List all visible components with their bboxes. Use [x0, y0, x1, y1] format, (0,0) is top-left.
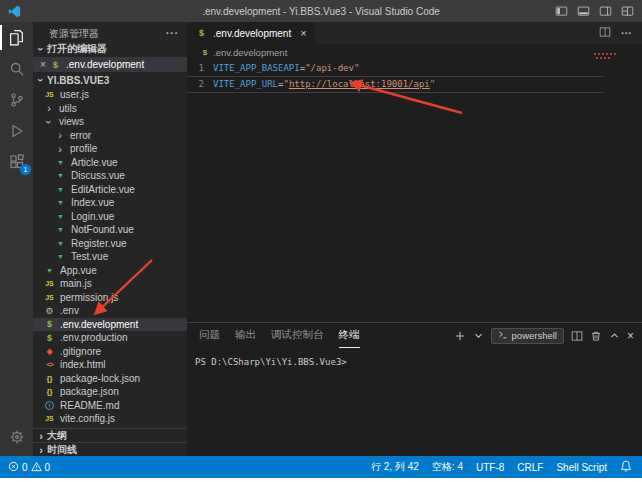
tree-item-NotFound.vue[interactable]: ▼NotFound.vue: [33, 223, 187, 237]
tree-item-Test.vue[interactable]: ▼Test.vue: [33, 250, 187, 264]
code-line-1[interactable]: 1VITE_APP_BASEAPI="/api-dev": [187, 61, 604, 76]
gitignore-file-icon: ◆: [43, 347, 56, 356]
chevron-down-icon: ›: [36, 74, 46, 86]
status-eol[interactable]: CRLF: [517, 462, 543, 473]
tree-item-permission.js[interactable]: JSpermission.js: [33, 291, 187, 305]
tree-item-Article.vue[interactable]: ▼Article.vue: [33, 156, 187, 170]
explorer-icon[interactable]: [0, 22, 33, 53]
open-editor-item[interactable]: ×$.env.development: [33, 57, 187, 72]
explorer-sidebar: 资源管理器 ··· › 打开的编辑器 ×$.env.development › …: [33, 22, 187, 456]
tree-item-error[interactable]: ›error: [33, 129, 187, 143]
activity-bar: 1: [0, 22, 33, 456]
panel-tab-输出[interactable]: 输出: [235, 323, 256, 348]
tree-item-label: Article.vue: [71, 156, 118, 169]
status-language-mode[interactable]: Shell Script: [556, 462, 607, 473]
tree-item-.env[interactable]: ⚙.env: [33, 304, 187, 318]
tree-item-package-lock.json[interactable]: {}package-lock.json: [33, 372, 187, 386]
tree-item-App.vue[interactable]: ▼App.vue: [33, 264, 187, 278]
red-watermark: [594, 52, 616, 60]
toggle-panel-icon[interactable]: [577, 5, 590, 18]
notifications-bell-icon[interactable]: [620, 460, 632, 474]
tree-item-main.js[interactable]: JSmain.js: [33, 277, 187, 291]
terminal-profile-label: powershell: [512, 330, 557, 341]
close-icon[interactable]: ×: [300, 27, 306, 39]
tree-item-label: .gitignore: [60, 345, 101, 358]
panel-tab-调试控制台[interactable]: 调试控制台: [271, 323, 324, 348]
code-editor[interactable]: 1VITE_APP_BASEAPI="/api-dev"2VITE_APP_UR…: [187, 60, 604, 322]
split-terminal-icon[interactable]: [571, 330, 583, 342]
tree-item-label: NotFound.vue: [71, 223, 134, 236]
code-text: VITE_APP_BASEAPI="/api-dev": [213, 61, 359, 76]
terminal-prompt: PS D:\CSharp\Yi\Yi.BBS.Vue3>: [195, 356, 642, 368]
tree-item-package.json[interactable]: {}package.json: [33, 385, 187, 399]
run-debug-icon[interactable]: [0, 115, 33, 146]
panel-header: 问题输出调试控制台终端 powershell ×: [187, 323, 642, 348]
tree-item-vite.config.js[interactable]: JSvite.config.js: [33, 412, 187, 426]
breadcrumb[interactable]: $ .env.development: [187, 44, 642, 60]
tree-item-.env.development[interactable]: $.env.development: [33, 318, 187, 332]
search-icon[interactable]: [0, 53, 33, 84]
tree-item-Register.vue[interactable]: ▼Register.vue: [33, 237, 187, 251]
powershell-terminal-icon: [498, 330, 508, 342]
chevron-right-icon[interactable]: ›: [43, 103, 55, 113]
extensions-icon[interactable]: 1: [0, 146, 33, 177]
tree-item-Index.vue[interactable]: ▼Index.vue: [33, 196, 187, 210]
terminal-profile-select[interactable]: powershell: [491, 328, 564, 344]
tree-item-index.html[interactable]: <>index.html: [33, 358, 187, 372]
tree-item-.gitignore[interactable]: ◆.gitignore: [33, 345, 187, 359]
toggle-secondary-sidebar-icon[interactable]: [599, 5, 612, 18]
tree-item-utils[interactable]: ›utils: [33, 102, 187, 116]
open-editor-label: .env.development: [66, 58, 144, 71]
split-editor-icon[interactable]: [599, 26, 611, 40]
code-text: VITE_APP_URL="http://localhost:19001/api…: [213, 77, 435, 92]
terminal-profile-chevron-icon[interactable]: [473, 330, 484, 341]
kill-terminal-trash-icon[interactable]: [590, 330, 602, 342]
tree-item-label: main.js: [60, 277, 92, 290]
tree-item-README.md[interactable]: iREADME.md: [33, 399, 187, 413]
close-icon[interactable]: ×: [37, 59, 49, 70]
problems-status[interactable]: 0 0: [8, 461, 50, 474]
project-root-label: YI.BBS.VUE3: [47, 75, 109, 86]
chevron-down-icon[interactable]: ›: [44, 116, 54, 128]
status-indentation[interactable]: 空格: 4: [432, 460, 463, 474]
timeline-section-header[interactable]: › 时间线: [33, 442, 187, 456]
new-terminal-icon[interactable]: [454, 330, 466, 342]
tree-item-label: .env.development: [60, 318, 138, 331]
tree-item-EditArticle.vue[interactable]: ▼EditArticle.vue: [33, 183, 187, 197]
code-token: VITE_APP_URL: [213, 79, 278, 89]
settings-gear-icon[interactable]: [0, 421, 33, 452]
env-settings-file-icon: ⚙: [43, 306, 56, 316]
tree-item-user.js[interactable]: JSuser.js: [33, 88, 187, 102]
panel-tab-问题[interactable]: 问题: [199, 323, 220, 348]
maximize-panel-chevron-up-icon[interactable]: [609, 330, 620, 341]
status-cursor-position[interactable]: 行 2, 列 42: [371, 460, 419, 474]
tree-item-.env.production[interactable]: $.env.production: [33, 331, 187, 345]
status-encoding[interactable]: UTF-8: [476, 462, 504, 473]
terminal-output[interactable]: PS D:\CSharp\Yi\Yi.BBS.Vue3>: [187, 348, 642, 456]
tree-item-Discuss.vue[interactable]: ▼Discuss.vue: [33, 169, 187, 183]
project-root-header[interactable]: › YI.BBS.VUE3: [33, 72, 187, 88]
tree-item-views[interactable]: ›views: [33, 115, 187, 129]
json-file-icon: {}: [43, 374, 56, 383]
customize-layout-icon[interactable]: [621, 5, 634, 18]
tree-item-Login.vue[interactable]: ▼Login.vue: [33, 210, 187, 224]
more-actions-icon[interactable]: ···: [166, 28, 179, 39]
open-editors-header[interactable]: › 打开的编辑器: [33, 41, 187, 57]
tab-env-development[interactable]: $ .env.development ×: [187, 22, 315, 44]
chevron-right-icon[interactable]: ›: [54, 130, 66, 140]
tree-item-label: error: [70, 129, 91, 142]
more-actions-icon[interactable]: ···: [621, 27, 632, 39]
outline-label: 大纲: [47, 429, 67, 443]
outline-section-header[interactable]: › 大纲: [33, 428, 187, 442]
warning-icon: [31, 461, 42, 474]
panel-tab-终端[interactable]: 终端: [339, 323, 360, 348]
chevron-right-icon: ›: [35, 445, 47, 455]
url-link[interactable]: http://localhost:19001/api: [289, 79, 430, 89]
close-panel-icon[interactable]: ×: [627, 329, 634, 343]
chevron-right-icon[interactable]: ›: [54, 144, 66, 154]
source-control-icon[interactable]: [0, 84, 33, 115]
window-title: .env.development - Yi.BBS.Vue3 - Visual …: [0, 6, 642, 17]
tree-item-profile[interactable]: ›profile: [33, 142, 187, 156]
code-line-2[interactable]: 2VITE_APP_URL="http://localhost:19001/ap…: [187, 76, 604, 93]
toggle-primary-sidebar-icon[interactable]: [555, 5, 568, 18]
